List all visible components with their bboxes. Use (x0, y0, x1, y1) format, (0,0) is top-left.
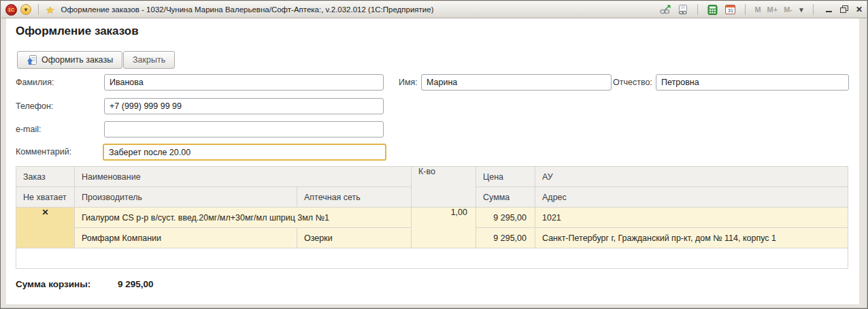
col-shortage-header[interactable]: Не хватает (16, 187, 75, 208)
col-qty-header[interactable]: К-во (412, 167, 476, 208)
restore-button[interactable] (840, 5, 848, 14)
lastname-input[interactable] (104, 74, 384, 91)
manufacturer-cell[interactable]: Ромфарм Компании (75, 228, 297, 248)
phone-label: Телефон: (16, 98, 53, 114)
shortage-mark-cell: ✕ (16, 208, 75, 248)
shortage-x-icon: ✕ (41, 208, 48, 217)
close-form-button[interactable]: Закрыть (123, 51, 175, 69)
pharmacy-chain-cell[interactable]: Озерки (297, 228, 412, 248)
price-cell[interactable]: 9 295,00 (476, 208, 535, 228)
middlename-input[interactable] (656, 74, 849, 91)
memory-add-button[interactable]: M+ (767, 5, 779, 14)
col-price-header[interactable]: Цена (476, 167, 535, 187)
calculator-button[interactable] (706, 4, 719, 16)
form-content: Оформление заказов Оформить заказы Закры… (6, 18, 859, 304)
titlebar-separator (697, 4, 698, 15)
product-name-cell[interactable]: Гиалуром CS р-р в/суст. введ.20мг/мл+30м… (75, 208, 412, 228)
col-name-header[interactable]: Наименование (75, 167, 412, 187)
address-cell[interactable]: Санкт-Петербург г, Гражданский пр-кт, до… (535, 228, 848, 248)
col-chain-header[interactable]: Аптечная сеть (297, 187, 412, 208)
get-link-icon (677, 4, 689, 15)
minimize-button[interactable] (826, 5, 832, 14)
firstname-input[interactable] (421, 74, 612, 91)
favorites-star-icon[interactable]: ★ (46, 5, 54, 15)
titlebar-separator (38, 4, 39, 15)
memory-recall-button[interactable]: M (754, 5, 761, 14)
au-cell[interactable]: 1021 (535, 208, 848, 228)
close-form-label: Закрыть (133, 55, 165, 65)
document-upload-icon (27, 54, 37, 65)
titlebar-more-button[interactable]: ▼ (798, 6, 805, 14)
col-order-header[interactable]: Заказ (16, 167, 75, 187)
lastname-label: Фамилия: (16, 74, 54, 91)
1c-logo-icon: 1С (5, 4, 17, 16)
middlename-label: Отчество: (613, 74, 652, 91)
table-empty-area (16, 248, 848, 269)
restore-icon (840, 5, 848, 12)
page-title: Оформление заказов (16, 25, 139, 38)
titlebar-separator (745, 4, 746, 15)
col-sum-header[interactable]: Сумма (476, 187, 535, 208)
table-row[interactable]: ✕ Гиалуром CS р-р в/суст. введ.20мг/мл+3… (16, 208, 848, 228)
col-manufacturer-header[interactable]: Производитель (75, 187, 297, 208)
submit-orders-label: Оформить заказы (41, 55, 113, 65)
phone-input[interactable] (104, 98, 384, 114)
close-icon: ✕ (856, 5, 863, 14)
col-au-header[interactable]: АУ (535, 167, 848, 187)
calendar-button[interactable]: 31 (724, 4, 737, 16)
calculator-icon (707, 5, 718, 15)
orders-table: Заказ Наименование К-во Цена АУ Не хвата… (16, 166, 848, 269)
comment-input[interactable] (103, 144, 386, 161)
window-title: Оформление заказов - 1032/Чунина Марина … (61, 5, 433, 14)
memory-subtract-button[interactable]: M- (783, 5, 793, 14)
get-link-button[interactable] (676, 4, 689, 16)
go-to-link-button[interactable] (658, 4, 671, 16)
email-label: e-mail: (16, 121, 41, 137)
sum-cell[interactable]: 9 295,00 (476, 228, 535, 248)
cart-sum-value: 9 295,00 (118, 279, 154, 289)
table-header-row-1: Заказ Наименование К-во Цена АУ (16, 167, 848, 187)
firstname-label: Имя: (399, 74, 418, 91)
comment-label: Комментарий: (16, 144, 71, 160)
titlebar: 1С ▼ ★ Оформление заказов - 1032/Чунина … (1, 1, 867, 18)
main-menu-button[interactable]: ▼ (20, 4, 31, 15)
email-input[interactable] (104, 121, 384, 137)
titlebar-separator (813, 4, 814, 15)
minimize-icon (826, 11, 832, 12)
chevron-down-icon: ▼ (23, 7, 29, 13)
calendar-icon: 31 (725, 5, 735, 14)
submit-orders-button[interactable]: Оформить заказы (17, 51, 122, 69)
col-address-header[interactable]: Адрес (535, 187, 848, 208)
app-window: 1С ▼ ★ Оформление заказов - 1032/Чунина … (0, 0, 868, 309)
close-button[interactable]: ✕ (856, 5, 863, 14)
cart-sum-label: Сумма корзины: (16, 279, 90, 289)
go-to-link-icon (659, 4, 671, 15)
qty-cell[interactable]: 1,00 (412, 208, 476, 248)
